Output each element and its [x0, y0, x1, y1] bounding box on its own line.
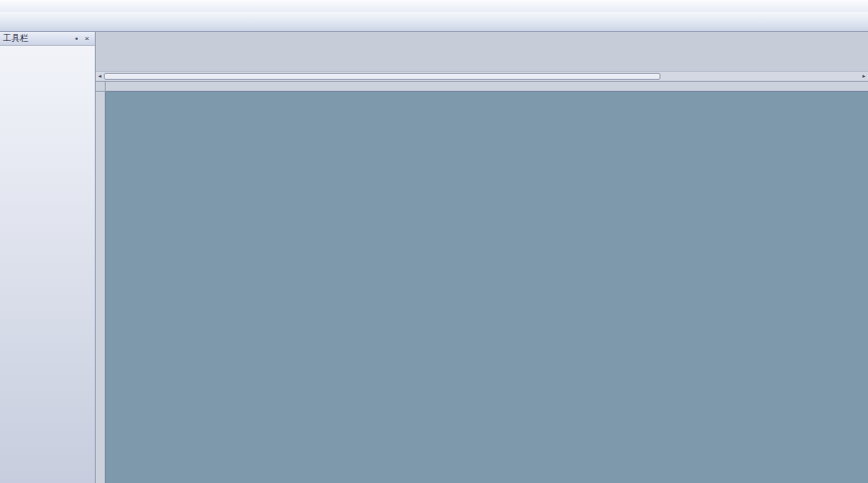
- pin-icon[interactable]: ▪: [72, 34, 82, 43]
- workspace-column: ◄ ►: [96, 32, 868, 483]
- scroll-right-icon[interactable]: ►: [860, 72, 868, 80]
- main-area: 工具栏 ▪ × ◄ ►: [0, 32, 868, 483]
- thumbnail-scrollbar[interactable]: ◄ ►: [96, 71, 868, 82]
- ruler-corner: [96, 82, 106, 92]
- pattern-canvas[interactable]: [106, 92, 868, 483]
- tool-grid: [0, 46, 95, 48]
- main-toolbar: [0, 12, 868, 32]
- scroll-left-icon[interactable]: ◄: [96, 72, 104, 80]
- tool-panel-title: 工具栏: [3, 33, 72, 45]
- menu-bar: [0, 0, 868, 12]
- tool-panel: 工具栏 ▪ ×: [0, 32, 96, 483]
- pattern-thumbnail-strip: [96, 32, 868, 71]
- scrollbar-thumb[interactable]: [104, 73, 660, 80]
- canvas-region: [96, 82, 868, 483]
- vertical-ruler: [96, 92, 106, 483]
- application-window: 工具栏 ▪ × ◄ ►: [0, 0, 868, 483]
- horizontal-ruler: [106, 82, 868, 92]
- close-icon[interactable]: ×: [82, 34, 92, 43]
- tool-panel-titlebar[interactable]: 工具栏 ▪ ×: [0, 32, 95, 46]
